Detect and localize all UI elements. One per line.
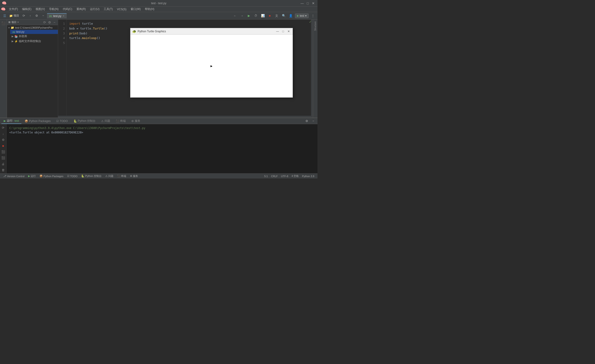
toolbar-back-btn[interactable]: ←	[232, 13, 238, 19]
maximize-button[interactable]: □	[305, 1, 310, 6]
toolbar-forward-btn[interactable]: →	[239, 13, 245, 19]
title-bar-left: 🧠	[2, 1, 7, 5]
status-problems-icon: ⚠	[105, 175, 108, 178]
terminal-icon: ⬛	[116, 120, 119, 123]
editor-scrollbar[interactable]	[311, 20, 313, 116]
minimize-button[interactable]: —	[300, 1, 305, 6]
toolbar-up-btn[interactable]: ↑	[28, 13, 33, 19]
tab-problems[interactable]: ⚠ 问题	[99, 118, 113, 124]
run-stop-btn[interactable]: ↓	[1, 131, 6, 136]
toolbar-debug-btn[interactable]: ■	[267, 13, 273, 19]
sidebar-structure-label[interactable]: Structure	[313, 20, 317, 32]
menu-tools[interactable]: 工具(T)	[102, 7, 115, 12]
run-print-btn[interactable]: 🖨	[1, 161, 6, 166]
run-rerun-btn[interactable]: ⟳	[1, 125, 6, 130]
status-position[interactable]: 5:1	[263, 174, 269, 178]
tab-close-btn[interactable]: ✕	[63, 15, 64, 17]
tab-terminal[interactable]: ⬛ 终端	[113, 118, 128, 124]
run-pause-btn[interactable]: ⚙	[1, 137, 6, 142]
status-todo[interactable]: ☑ TODO	[66, 175, 79, 178]
turtle-minimize-btn[interactable]: —	[276, 29, 280, 34]
turtle-window: 🐢 Python Turtle Graphics — □ ✕ ►	[130, 28, 293, 98]
tab-run[interactable]: ▶ 运行: test	[1, 118, 21, 124]
toolbar-project-label: 📁 项目	[8, 14, 20, 18]
close-button[interactable]: ✕	[311, 1, 316, 6]
turtle-window-title: Python Turtle Graphics	[138, 30, 274, 33]
status-bar: ⎇ Version Control ▶ 运行 📦 Python Packages…	[0, 173, 318, 178]
status-indent[interactable]: 4 空格	[290, 174, 300, 178]
toolbar-more-btn[interactable]: ⋮	[310, 13, 316, 19]
status-run[interactable]: ▶ 运行	[27, 174, 37, 178]
toolbar-build-btn[interactable]: ▶	[246, 13, 252, 19]
menu-refactor[interactable]: 重构(R)	[75, 7, 88, 12]
turtle-maximize-btn[interactable]: □	[281, 29, 285, 34]
status-python-version[interactable]: Python 3.9	[301, 174, 316, 178]
toolbar-avatar-btn[interactable]: 👤	[288, 13, 294, 19]
toolbar-translate-btn[interactable]: 文	[274, 13, 280, 19]
tree-scratch-expand: ▶	[12, 40, 14, 43]
menu-edit[interactable]: 编辑(E)	[20, 7, 33, 12]
tree-item-project[interactable]: ▾ 📁 test C:\Users\13600\PycharmPro	[7, 26, 58, 30]
status-python-packages[interactable]: 📦 Python Packages	[38, 175, 65, 178]
right-sidebar: Structure	[313, 20, 318, 118]
status-bar-right: 5:1 CRLF UTF-8 4 空格 Python 3.9	[263, 174, 316, 178]
tab-todo[interactable]: ☑ TODO	[54, 119, 70, 123]
project-header-gear[interactable]: ⚙	[47, 20, 52, 24]
run-config-selector[interactable]: ▶ test ▾	[295, 14, 309, 18]
run-clear-btn[interactable]: 🗑	[1, 167, 6, 172]
status-version-control[interactable]: ⎇ Version Control	[2, 175, 26, 178]
project-header-icon: ⊞	[8, 21, 10, 24]
tab-services[interactable]: ⚙ 服务	[129, 118, 143, 124]
project-header-actions: ⟳ ⚙ −	[42, 20, 57, 24]
tree-expand-icon: ▾	[8, 26, 10, 29]
turtle-close-btn[interactable]: ✕	[287, 29, 291, 34]
toolbar-search-btn[interactable]: 🔍	[281, 13, 287, 19]
title-bar-controls: — □ ✕	[300, 1, 316, 6]
toolbar-coverage-btn[interactable]: ⏱	[253, 13, 259, 19]
menu-navigate[interactable]: 导航(N)	[47, 7, 60, 12]
project-header-minus[interactable]: −	[52, 20, 57, 24]
menu-code[interactable]: 代码(C)	[61, 7, 74, 12]
project-panel: ⊞ 项目 ▾ ⟳ ⚙ − ▾ 📁 test C:\Users\13600\Pyc…	[7, 20, 58, 118]
status-services[interactable]: ⚙ 服务	[128, 174, 140, 178]
run-scroll-btn[interactable]: ⬛	[1, 149, 6, 154]
tab-python-console[interactable]: 🐍 Python 控制台	[71, 118, 98, 124]
tab-python-packages[interactable]: 📦 Python Packages	[22, 119, 53, 123]
menu-view[interactable]: 视图(V)	[34, 7, 47, 12]
toolbar-profile-btn[interactable]: 📊	[260, 13, 266, 19]
bottom-minimize-btn[interactable]: −	[311, 118, 316, 124]
menu-run[interactable]: 运行(U)	[88, 7, 101, 12]
toolbar-gear-btn[interactable]: ⚙	[34, 13, 40, 19]
run-left-icons: ⟳ ↓ ⚙ ■ ⬛ ⬛ 🖨 🗑	[0, 124, 7, 173]
run-tab-label: 运行:	[7, 119, 13, 123]
services-icon: ⚙	[131, 120, 134, 123]
h-scrollbar[interactable]	[58, 116, 313, 118]
services-label: 服务	[135, 119, 140, 123]
status-encoding[interactable]: UTF-8	[280, 174, 290, 178]
todo-icon: ☑	[56, 120, 59, 123]
run-terminate-btn[interactable]: ■	[1, 143, 6, 148]
menu-help[interactable]: 帮助(H)	[143, 7, 156, 12]
menu-window[interactable]: 窗口(W)	[129, 7, 142, 12]
status-python-console[interactable]: 🐍 Python 控制台	[80, 174, 103, 178]
menu-file[interactable]: 文件(F)	[7, 7, 20, 12]
menu-vcs[interactable]: VCS(S)	[115, 7, 128, 11]
status-line-ending[interactable]: CRLF	[269, 174, 279, 178]
tree-item-scratch[interactable]: ▶ ⚡ 临时文件和控制台	[10, 39, 58, 44]
sidebar-icon-1[interactable]: ⬛	[1, 21, 6, 26]
app-logo: 🧠	[2, 1, 7, 5]
project-view-button[interactable]: ☰	[2, 13, 7, 19]
turtle-window-icon: 🐢	[132, 29, 136, 33]
tree-item-external-libs[interactable]: ▶ 📚 外部库	[10, 34, 58, 39]
editor-tab-testpy[interactable]: py test.py ✕	[47, 13, 67, 18]
project-header-sync[interactable]: ⟳	[42, 20, 47, 24]
tree-project-icon: 📁	[11, 26, 14, 29]
bottom-settings-btn[interactable]: ⚙	[304, 118, 310, 124]
toolbar-sync-btn[interactable]: ⟳	[21, 13, 27, 19]
tree-item-testpy[interactable]: py test.py	[10, 30, 58, 34]
toolbar-minus-btn[interactable]: −	[40, 13, 46, 19]
turtle-titlebar[interactable]: 🐢 Python Turtle Graphics — □ ✕	[130, 28, 293, 35]
run-word-wrap-btn[interactable]: ⬛	[1, 155, 6, 160]
status-terminal[interactable]: ⬛ 终端	[116, 174, 128, 178]
status-problems[interactable]: ⚠ 问题	[104, 174, 115, 178]
